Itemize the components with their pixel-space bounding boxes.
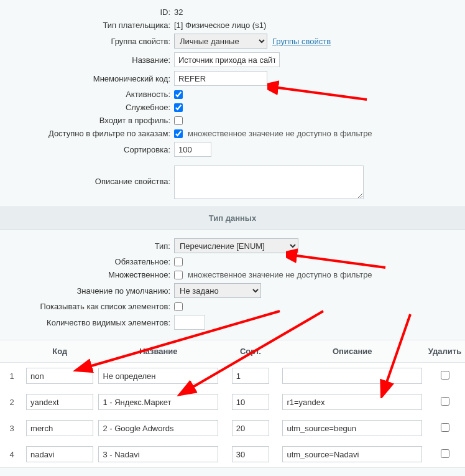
filter-checkbox[interactable] bbox=[174, 129, 183, 138]
mnemo-label: Мнемонический код: bbox=[0, 74, 174, 83]
th-del: Удалить bbox=[425, 340, 465, 363]
multi-checkbox[interactable] bbox=[174, 271, 183, 279]
id-value: 32 bbox=[174, 7, 183, 17]
section-header-type: Тип данных bbox=[0, 207, 465, 230]
filter-label: Доступно в фильтре по заказам: bbox=[0, 129, 174, 138]
name-label: Название: bbox=[0, 55, 174, 65]
th-sort: Сорт. bbox=[221, 340, 280, 363]
id-label: ID: bbox=[0, 7, 174, 17]
delete-checkbox[interactable] bbox=[441, 397, 449, 406]
desc-input[interactable] bbox=[282, 368, 422, 384]
code-input[interactable] bbox=[26, 446, 93, 462]
th-desc: Описание bbox=[280, 340, 425, 363]
active-label: Активность: bbox=[0, 90, 174, 99]
table-row: 1 bbox=[0, 363, 465, 390]
desc-label: Описание свойства: bbox=[0, 166, 174, 186]
row-index: 3 bbox=[0, 415, 24, 441]
sort-label: Сортировка: bbox=[0, 145, 174, 154]
show-list-label: Показывать как список элементов: bbox=[0, 302, 174, 311]
row-index: 4 bbox=[0, 441, 24, 467]
desc-input[interactable] bbox=[282, 446, 422, 462]
th-code: Код bbox=[24, 340, 96, 363]
name-input[interactable] bbox=[98, 368, 218, 384]
required-checkbox[interactable] bbox=[174, 258, 183, 266]
visible-count-label: Количество видимых элементов: bbox=[0, 318, 174, 327]
profile-label: Входит в профиль: bbox=[0, 116, 174, 125]
prop-group-link[interactable]: Группы свойств bbox=[272, 37, 331, 46]
show-list-checkbox[interactable] bbox=[174, 302, 183, 311]
prop-group-label: Группа свойств: bbox=[0, 37, 174, 46]
type-label: Тип: bbox=[0, 241, 174, 251]
mnemo-input[interactable] bbox=[174, 71, 267, 86]
delete-checkbox[interactable] bbox=[441, 371, 449, 380]
filter-note: множественное значение не доступно в фил… bbox=[188, 129, 372, 138]
desc-textarea[interactable] bbox=[174, 166, 364, 199]
name-input[interactable] bbox=[98, 420, 218, 436]
sort-input[interactable] bbox=[232, 420, 269, 436]
table-row: 2 bbox=[0, 389, 465, 415]
desc-input[interactable] bbox=[282, 394, 422, 410]
code-input[interactable] bbox=[26, 368, 93, 384]
th-name: Название bbox=[96, 340, 221, 363]
default-select[interactable]: Не задано bbox=[174, 283, 261, 298]
sort-input[interactable] bbox=[174, 142, 211, 157]
table-row: 4 bbox=[0, 441, 465, 467]
type-select[interactable]: Перечисление [ENUM] bbox=[174, 238, 298, 253]
sort-input[interactable] bbox=[232, 446, 269, 462]
name-input[interactable] bbox=[98, 394, 218, 410]
delete-checkbox[interactable] bbox=[441, 423, 449, 432]
sort-input[interactable] bbox=[232, 394, 269, 410]
name-input[interactable] bbox=[98, 446, 218, 462]
profile-checkbox[interactable] bbox=[174, 116, 183, 125]
visible-count-input[interactable] bbox=[174, 315, 205, 330]
desc-input[interactable] bbox=[282, 420, 422, 436]
multi-note: множественное значение не доступно в фил… bbox=[188, 270, 372, 279]
enum-table: Код Название Сорт. Описание Удалить 1234 bbox=[0, 340, 465, 467]
default-label: Значение по умолчанию: bbox=[0, 286, 174, 296]
multi-label: Множественное: bbox=[0, 270, 174, 279]
required-label: Обязательное: bbox=[0, 257, 174, 266]
prop-group-select[interactable]: Личные данные bbox=[174, 34, 267, 49]
service-label: Служебное: bbox=[0, 103, 174, 112]
code-input[interactable] bbox=[26, 420, 93, 436]
payer-type-label: Тип плательщика: bbox=[0, 21, 174, 30]
table-row: 3 bbox=[0, 415, 465, 441]
delete-checkbox[interactable] bbox=[441, 449, 449, 458]
sort-input[interactable] bbox=[232, 368, 269, 384]
payer-type-value: [1] Физическое лицо (s1) bbox=[174, 21, 266, 30]
row-index: 2 bbox=[0, 389, 24, 415]
name-input[interactable] bbox=[174, 52, 280, 67]
code-input[interactable] bbox=[26, 394, 93, 410]
active-checkbox[interactable] bbox=[174, 90, 183, 99]
row-index: 1 bbox=[0, 363, 24, 390]
service-checkbox[interactable] bbox=[174, 103, 183, 112]
